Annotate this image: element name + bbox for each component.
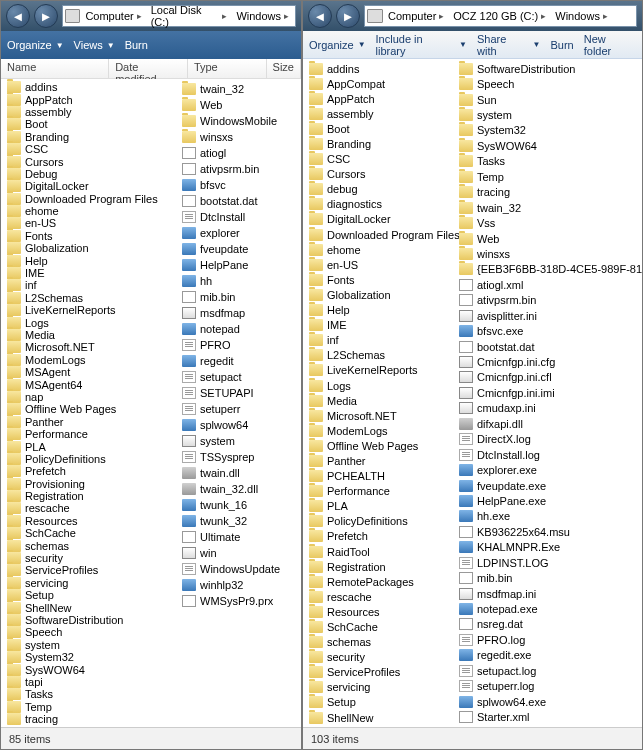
file-item[interactable]: tracing (453, 185, 642, 200)
file-item[interactable]: SchCache (303, 619, 453, 634)
file-item[interactable]: bfsvc.exe (453, 323, 642, 338)
file-item[interactable]: bfsvc (176, 177, 286, 193)
file-item[interactable]: WindowsMobile (176, 113, 286, 129)
file-item[interactable]: Microsoft.NET (1, 341, 176, 353)
file-item[interactable]: servicing (1, 577, 176, 589)
file-item[interactable]: Cmicnfgp.ini.imi (453, 385, 642, 400)
file-item[interactable]: notepad.exe (453, 601, 642, 616)
file-item[interactable]: ehome (1, 205, 176, 217)
file-item[interactable]: SysWOW64 (1, 663, 176, 675)
forward-button[interactable]: ► (34, 4, 58, 28)
file-item[interactable]: msdfmap.ini (453, 586, 642, 601)
file-item[interactable]: regedit (176, 353, 286, 369)
file-item[interactable]: MSAgent64 (1, 378, 176, 390)
file-item[interactable]: system (1, 639, 176, 651)
file-item[interactable]: DigitalLocker (1, 180, 176, 192)
file-item[interactable]: fveupdate.exe (453, 478, 642, 493)
file-item[interactable]: SoftwareDistribution (453, 61, 642, 76)
file-item[interactable]: MSAgent (1, 366, 176, 378)
file-item[interactable]: Ultimate (176, 529, 286, 545)
file-item[interactable]: splwow64.exe (453, 694, 642, 709)
file-item[interactable]: Globalization (1, 242, 176, 254)
crumb-computer[interactable]: Computer▸ (384, 10, 448, 22)
file-item[interactable]: PFRO (176, 337, 286, 353)
file-item[interactable]: AppPatch (303, 91, 453, 106)
file-item[interactable]: CSC (1, 143, 176, 155)
file-item[interactable]: WindowsUpdate (176, 561, 286, 577)
file-item[interactable]: Help (1, 254, 176, 266)
crumb-drive[interactable]: Local Disk (C:)▸ (147, 4, 232, 28)
file-item[interactable]: PCHEALTH (303, 469, 453, 484)
crumb-folder[interactable]: Windows▸ (232, 10, 293, 22)
file-item[interactable]: rescache (303, 589, 453, 604)
file-item[interactable]: KHALMNPR.Exe (453, 540, 642, 555)
crumb-drive[interactable]: OCZ 120 GB (C:)▸ (449, 10, 550, 22)
file-item[interactable]: explorer.exe (453, 462, 642, 477)
file-item[interactable]: DtcInstall (176, 209, 286, 225)
file-item[interactable]: ServiceProfiles (303, 665, 453, 680)
include-library-button[interactable]: Include in library▼ (376, 33, 467, 57)
file-item[interactable]: schemas (1, 539, 176, 551)
file-item[interactable]: DirectX.log (453, 432, 642, 447)
file-item[interactable]: system (453, 107, 642, 122)
forward-button[interactable]: ► (336, 4, 360, 28)
file-item[interactable]: CSC (303, 152, 453, 167)
file-item[interactable]: System32 (453, 123, 642, 138)
file-item[interactable]: Logs (1, 316, 176, 328)
file-item[interactable]: Sun (453, 92, 642, 107)
file-item[interactable]: notepad (176, 321, 286, 337)
file-item[interactable]: Boot (303, 121, 453, 136)
file-item[interactable]: Prefetch (303, 529, 453, 544)
back-button[interactable]: ◄ (6, 4, 30, 28)
header-size[interactable]: Size (267, 59, 301, 78)
header-type[interactable]: Type (188, 59, 267, 78)
file-item[interactable]: DigitalLocker (303, 212, 453, 227)
breadcrumb[interactable]: Computer▸ Local Disk (C:)▸ Windows▸ (62, 5, 296, 27)
file-item[interactable]: AppPatch (1, 93, 176, 105)
file-item[interactable]: twain.dll (176, 465, 286, 481)
file-item[interactable]: Prefetch (1, 465, 176, 477)
file-item[interactable]: Registration (1, 490, 176, 502)
file-item[interactable]: ShellNew (303, 710, 453, 725)
file-item[interactable]: ModemLogs (1, 354, 176, 366)
file-item[interactable]: Downloaded Program Files (303, 227, 453, 242)
file-item[interactable]: inf (1, 279, 176, 291)
file-item[interactable]: Globalization (303, 287, 453, 302)
file-item[interactable]: Cmicnfgp.ini.cfl (453, 370, 642, 385)
file-item[interactable]: Setup (303, 695, 453, 710)
file-item[interactable]: IME (303, 318, 453, 333)
crumb-computer[interactable]: Computer▸ (81, 10, 145, 22)
file-item[interactable]: security (303, 650, 453, 665)
file-item[interactable]: Tasks (453, 154, 642, 169)
file-item[interactable]: Logs (303, 378, 453, 393)
file-item[interactable]: ativpsrm.bin (453, 293, 642, 308)
file-item[interactable]: PFRO.log (453, 632, 642, 647)
file-item[interactable]: servicing (303, 680, 453, 695)
file-item[interactable]: System32 (1, 651, 176, 663)
file-item[interactable]: Speech (1, 626, 176, 638)
file-item[interactable]: winsxs (176, 129, 286, 145)
file-item[interactable]: win (176, 545, 286, 561)
file-item[interactable]: Offline Web Pages (303, 438, 453, 453)
file-item[interactable]: mib.bin (453, 570, 642, 585)
file-item[interactable]: Performance (1, 428, 176, 440)
file-item[interactable]: L2Schemas (303, 348, 453, 363)
breadcrumb[interactable]: Computer▸ OCZ 120 GB (C:)▸ Windows▸ (364, 5, 637, 27)
file-item[interactable]: HelpPane.exe (453, 493, 642, 508)
file-item[interactable]: winsxs (453, 246, 642, 261)
file-item[interactable]: Resources (303, 604, 453, 619)
file-item[interactable]: Performance (303, 484, 453, 499)
crumb-folder[interactable]: Windows▸ (551, 10, 612, 22)
file-item[interactable]: splwow64 (176, 417, 286, 433)
file-item[interactable]: twain_32 (176, 81, 286, 97)
file-item[interactable]: winhlp32 (176, 577, 286, 593)
file-item[interactable]: Debug (1, 168, 176, 180)
file-item[interactable]: PolicyDefinitions (303, 514, 453, 529)
file-item[interactable]: RaidTool (303, 544, 453, 559)
file-item[interactable]: tracing (1, 713, 176, 725)
file-item[interactable]: Resources (1, 515, 176, 527)
file-item[interactable]: setupact.log (453, 663, 642, 678)
file-item[interactable]: Registration (303, 559, 453, 574)
views-button[interactable]: Views▼ (74, 39, 115, 51)
file-item[interactable]: HelpPane (176, 257, 286, 273)
